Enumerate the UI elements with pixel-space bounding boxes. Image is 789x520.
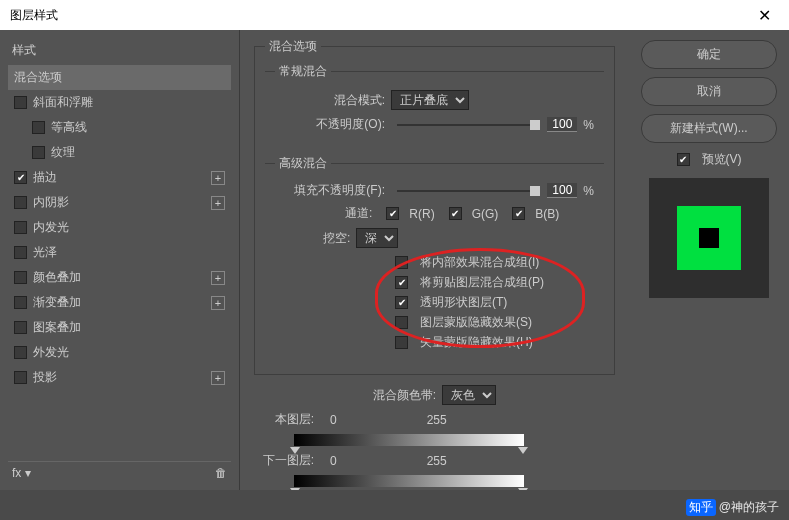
panel-title: 混合选项: [265, 38, 321, 55]
blend-options-group: 混合选项 常规混合 混合模式: 正片叠底 不透明度(O): 100 % 高级混合…: [254, 38, 615, 375]
sidebar-item[interactable]: 颜色叠加+: [8, 265, 231, 290]
add-effect-icon[interactable]: +: [211, 371, 225, 385]
sidebar-item[interactable]: 投影+: [8, 365, 231, 390]
option-checkbox[interactable]: [395, 276, 408, 289]
style-checkbox[interactable]: [32, 121, 45, 134]
sidebar-item[interactable]: 外发光: [8, 340, 231, 365]
style-checkbox[interactable]: [14, 321, 27, 334]
style-checkbox[interactable]: [14, 171, 27, 184]
fill-slider[interactable]: [397, 190, 535, 192]
opacity-slider[interactable]: [397, 124, 535, 126]
preview-label: 预览(V): [702, 151, 742, 168]
window-title: 图层样式: [10, 7, 58, 24]
blend-if-section: 混合颜色带: 灰色 本图层: 0255 下一图层: 0255: [254, 385, 615, 487]
knockout-select[interactable]: 深: [356, 228, 398, 248]
option-checkbox[interactable]: [395, 256, 408, 269]
fx-menu-icon[interactable]: fx ▾: [12, 466, 31, 480]
watermark: 知乎@神的孩子: [686, 498, 779, 516]
add-effect-icon[interactable]: +: [211, 271, 225, 285]
advanced-blend-group: 高级混合 填充不透明度(F): 100 % 通道: R(R) G(G) B(B)…: [265, 155, 604, 364]
channels-label: 通道:: [345, 205, 372, 222]
style-checkbox[interactable]: [14, 346, 27, 359]
blend-mode-select[interactable]: 正片叠底: [391, 90, 469, 110]
sidebar-item[interactable]: 光泽: [8, 240, 231, 265]
options-panel: 混合选项 常规混合 混合模式: 正片叠底 不透明度(O): 100 % 高级混合…: [240, 30, 629, 490]
option-checkbox[interactable]: [395, 296, 408, 309]
sidebar-item[interactable]: 渐变叠加+: [8, 290, 231, 315]
sidebar-footer: fx ▾ 🗑: [8, 461, 231, 484]
ok-button[interactable]: 确定: [641, 40, 777, 69]
style-checkbox[interactable]: [14, 221, 27, 234]
sidebar-item[interactable]: 图案叠加: [8, 315, 231, 340]
fill-value[interactable]: 100: [547, 183, 577, 198]
sidebar-item[interactable]: 斜面和浮雕: [8, 90, 231, 115]
next-layer-gradient[interactable]: [294, 475, 524, 487]
sidebar-item[interactable]: 混合选项: [8, 65, 231, 90]
cancel-button[interactable]: 取消: [641, 77, 777, 106]
sidebar-item[interactable]: 内阴影+: [8, 190, 231, 215]
sidebar-item[interactable]: 描边+: [8, 165, 231, 190]
style-checkbox[interactable]: [14, 296, 27, 309]
sidebar-item[interactable]: 内发光: [8, 215, 231, 240]
option-checkbox[interactable]: [395, 336, 408, 349]
close-icon[interactable]: ✕: [750, 6, 779, 25]
sidebar-item[interactable]: 纹理: [8, 140, 231, 165]
opacity-label: 不透明度(O):: [275, 116, 385, 133]
option-checkbox[interactable]: [395, 316, 408, 329]
channel-g[interactable]: G(G): [449, 207, 499, 221]
right-panel: 确定 取消 新建样式(W)... 预览(V): [629, 30, 789, 490]
blendif-label: 混合颜色带:: [373, 387, 436, 404]
style-checkbox[interactable]: [32, 146, 45, 159]
title-bar: 图层样式 ✕: [0, 0, 789, 30]
main-area: 样式 混合选项斜面和浮雕等高线纹理描边+内阴影+内发光光泽颜色叠加+渐变叠加+图…: [0, 30, 789, 490]
opacity-value[interactable]: 100: [547, 117, 577, 132]
sidebar-header: 样式: [8, 36, 231, 65]
sidebar: 样式 混合选项斜面和浮雕等高线纹理描边+内阴影+内发光光泽颜色叠加+渐变叠加+图…: [0, 30, 240, 490]
preview-checkbox[interactable]: [677, 153, 690, 166]
blendif-select[interactable]: 灰色: [442, 385, 496, 405]
add-effect-icon[interactable]: +: [211, 171, 225, 185]
style-checkbox[interactable]: [14, 246, 27, 259]
add-effect-icon[interactable]: +: [211, 196, 225, 210]
fill-opacity-label: 填充不透明度(F):: [275, 182, 385, 199]
channel-b[interactable]: B(B): [512, 207, 559, 221]
trash-icon[interactable]: 🗑: [215, 466, 227, 480]
style-checkbox[interactable]: [14, 96, 27, 109]
preview-thumbnail: [649, 178, 769, 298]
new-style-button[interactable]: 新建样式(W)...: [641, 114, 777, 143]
knockout-label: 挖空:: [323, 230, 350, 247]
blend-mode-label: 混合模式:: [275, 92, 385, 109]
style-checkbox[interactable]: [14, 371, 27, 384]
normal-blend-group: 常规混合 混合模式: 正片叠底 不透明度(O): 100 %: [265, 63, 604, 149]
style-checkbox[interactable]: [14, 196, 27, 209]
add-effect-icon[interactable]: +: [211, 296, 225, 310]
channel-r[interactable]: R(R): [386, 207, 434, 221]
style-checkbox[interactable]: [14, 271, 27, 284]
sidebar-item[interactable]: 等高线: [8, 115, 231, 140]
this-layer-gradient[interactable]: [294, 434, 524, 446]
